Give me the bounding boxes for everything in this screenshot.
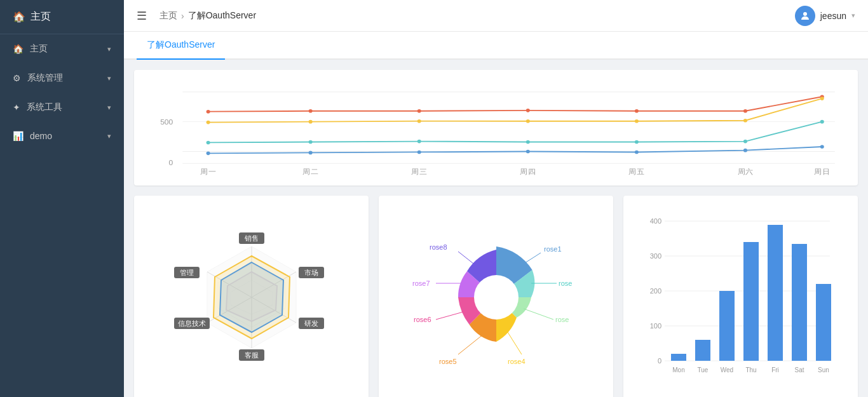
- topbar-right: jeesun ▾: [795, 6, 855, 26]
- svg-point-30: [417, 140, 421, 144]
- svg-point-25: [635, 119, 639, 123]
- chevron-down-icon-4: ▾: [107, 132, 111, 140]
- breadcrumb-current: 了解OauthServer: [188, 10, 256, 22]
- svg-text:500: 500: [160, 118, 173, 126]
- svg-point-14: [207, 110, 210, 114]
- breadcrumb: 主页 › 了解OauthServer: [159, 10, 256, 22]
- svg-text:rose5: rose5: [439, 358, 457, 365]
- svg-text:400: 400: [649, 217, 661, 225]
- svg-point-16: [417, 109, 421, 113]
- svg-text:0: 0: [657, 357, 661, 365]
- svg-text:Sun: Sun: [818, 367, 829, 373]
- menu-toggle-icon[interactable]: ☰: [137, 9, 147, 23]
- svg-rect-102: [792, 244, 807, 361]
- svg-text:rose4: rose4: [508, 358, 526, 365]
- svg-point-28: [207, 141, 210, 145]
- svg-point-36: [309, 151, 313, 155]
- svg-point-40: [743, 149, 747, 152]
- charts-area: 500 0 周一 周二 周三 周四 周五 周六 周日: [124, 60, 868, 397]
- svg-text:rose6: rose6: [414, 316, 431, 323]
- svg-text:周一: 周一: [200, 168, 216, 175]
- topbar: ☰ 主页 › 了解OauthServer jeesun ▾: [124, 0, 868, 32]
- svg-text:rose: rose: [555, 316, 569, 323]
- svg-text:100: 100: [649, 322, 661, 330]
- main-area: ☰ 主页 › 了解OauthServer jeesun ▾ 了解OauthSer…: [124, 0, 868, 397]
- svg-line-72: [508, 332, 522, 354]
- svg-point-18: [635, 109, 639, 113]
- rose-chart-card: rose1 rose rose rose4 rose5 rose6 rose7: [379, 196, 613, 397]
- svg-point-33: [743, 140, 747, 144]
- sidebar-item-system-mgmt[interactable]: ⚙ 系统管理 ▾: [0, 64, 124, 93]
- svg-rect-98: [743, 242, 759, 361]
- svg-point-65: [474, 275, 519, 320]
- svg-text:Fri: Fri: [771, 367, 779, 373]
- user-chevron-icon[interactable]: ▾: [851, 11, 855, 20]
- bar-chart-card: 400 300 200 100 0 Mon Tue: [623, 196, 858, 397]
- svg-text:客服: 客服: [245, 351, 259, 359]
- svg-text:市场: 市场: [304, 269, 318, 276]
- svg-line-74: [458, 334, 484, 354]
- username-label: jeesun: [820, 11, 846, 21]
- breadcrumb-separator: ›: [181, 11, 184, 21]
- svg-text:0: 0: [169, 158, 173, 166]
- sidebar-item-home-label: 主页: [30, 43, 48, 55]
- radar-chart-svg: 销售 市场 研发 客服 信息技术 管理: [156, 208, 347, 386]
- svg-text:Thu: Thu: [745, 367, 756, 373]
- svg-text:周二: 周二: [302, 168, 318, 175]
- svg-text:管理: 管理: [180, 269, 194, 276]
- svg-point-0: [803, 12, 807, 16]
- home-menu-icon: 🏠: [13, 44, 24, 54]
- wrench-icon: ✦: [13, 102, 20, 112]
- svg-rect-92: [671, 354, 686, 361]
- chart-icon: 📊: [13, 131, 24, 141]
- svg-rect-94: [695, 340, 710, 361]
- sidebar-item-system-mgmt-label: 系统管理: [27, 72, 63, 84]
- svg-point-19: [743, 109, 747, 113]
- svg-point-17: [526, 109, 530, 112]
- sidebar-item-demo-label: demo: [30, 131, 52, 141]
- svg-point-31: [526, 140, 530, 144]
- sidebar-item-system-tools[interactable]: ✦ 系统工具 ▾: [0, 93, 124, 122]
- svg-text:rose1: rose1: [544, 245, 562, 253]
- svg-point-22: [309, 120, 313, 124]
- breadcrumb-home[interactable]: 主页: [159, 10, 177, 22]
- chevron-down-icon: ▾: [107, 45, 111, 53]
- line-chart-container: 500 0 周一 周二 周三 周四 周五 周六 周日: [144, 80, 848, 175]
- chevron-down-icon-3: ▾: [107, 104, 111, 112]
- sidebar-logo-label: 主页: [31, 10, 51, 24]
- line-chart-card: 500 0 周一 周二 周三 周四 周五 周六 周日: [134, 70, 858, 185]
- svg-point-38: [526, 150, 530, 154]
- chevron-down-icon-2: ▾: [107, 74, 111, 83]
- tab-bar: 了解OauthServer: [124, 32, 868, 60]
- svg-text:研发: 研发: [304, 320, 318, 327]
- home-icon: 🏠: [13, 11, 25, 23]
- svg-text:Tue: Tue: [697, 367, 708, 373]
- svg-text:周三: 周三: [411, 168, 427, 175]
- svg-point-24: [526, 119, 530, 123]
- bottom-charts: 销售 市场 研发 客服 信息技术 管理: [134, 196, 858, 397]
- svg-text:Sat: Sat: [794, 367, 804, 373]
- svg-point-34: [820, 120, 824, 124]
- sidebar-item-home[interactable]: 🏠 主页 ▾: [0, 34, 124, 64]
- tab-oauth[interactable]: 了解OauthServer: [137, 32, 225, 60]
- svg-point-35: [207, 152, 210, 156]
- svg-text:周日: 周日: [814, 168, 830, 175]
- svg-point-21: [207, 121, 210, 124]
- svg-text:300: 300: [649, 252, 661, 260]
- svg-text:周五: 周五: [628, 168, 644, 175]
- rose-chart-svg: rose1 rose rose rose4 rose5 rose6 rose7: [395, 208, 598, 386]
- svg-point-41: [820, 145, 824, 149]
- svg-text:Mon: Mon: [672, 367, 684, 373]
- svg-rect-104: [816, 284, 831, 361]
- svg-text:200: 200: [649, 287, 661, 295]
- svg-line-70: [524, 309, 553, 320]
- avatar: [795, 6, 815, 26]
- svg-point-26: [743, 119, 747, 123]
- tab-oauth-label: 了解OauthServer: [147, 39, 215, 50]
- sidebar-item-system-tools-label: 系统工具: [27, 102, 62, 113]
- svg-rect-96: [719, 291, 735, 361]
- radar-chart-card: 销售 市场 研发 客服 信息技术 管理: [134, 196, 369, 397]
- sidebar-item-demo[interactable]: 📊 demo ▾: [0, 122, 124, 150]
- svg-point-37: [417, 151, 421, 154]
- svg-point-32: [635, 140, 639, 144]
